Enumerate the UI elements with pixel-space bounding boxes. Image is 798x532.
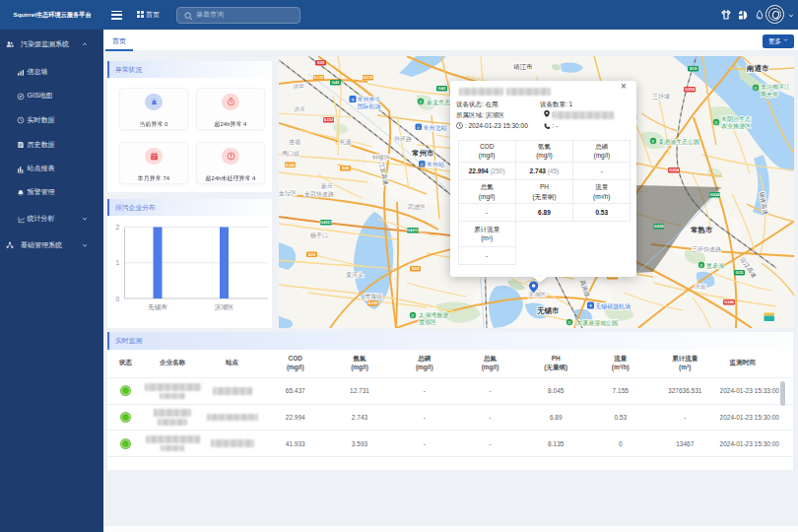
svg-text:木: 木	[650, 139, 655, 144]
svg-text:农业旅游区: 农业旅游区	[721, 122, 751, 130]
svg-text:连塘: 连塘	[289, 138, 300, 146]
svg-text:昆承湖: 昆承湖	[706, 263, 724, 270]
svg-text:S232: S232	[323, 117, 333, 122]
svg-text:木: 木	[418, 100, 423, 104]
svg-text:2: 2	[115, 224, 119, 231]
svg-text:常阴沙生态: 常阴沙生态	[721, 115, 751, 123]
svg-text:S48: S48	[341, 166, 349, 170]
svg-text:武进区: 武进区	[408, 203, 426, 211]
svg-text:G42: G42	[437, 86, 446, 91]
svg-text:风光带: 风光带	[761, 92, 778, 99]
svg-text:外环路: 外环路	[394, 135, 412, 143]
svg-text:三环快速路: 三环快速路	[692, 246, 721, 253]
svg-text:金坛区: 金坛区	[279, 189, 297, 196]
svg-text:木: 木	[753, 86, 758, 91]
svg-text:G204: G204	[684, 87, 695, 92]
svg-text:G524: G524	[709, 192, 720, 197]
svg-text:木: 木	[713, 120, 718, 125]
svg-text:黄河头: 黄河头	[346, 272, 364, 278]
svg-text:黄泗浦生态公园: 黄泗浦生态公园	[658, 138, 699, 146]
svg-text:无锡市: 无锡市	[148, 302, 167, 310]
svg-text:奥尔都滨江: 奥尔都滨江	[761, 83, 790, 91]
svg-text:常熟市: 常熟市	[691, 226, 713, 234]
svg-text:太湖湾旅游: 太湖湾旅游	[419, 311, 448, 319]
svg-text:G4011: G4011	[406, 228, 419, 233]
svg-text:金武快速路: 金武快速路	[303, 191, 334, 198]
svg-text:木: 木	[410, 313, 415, 318]
svg-text:0: 0	[115, 295, 119, 301]
svg-text:常州北站: 常州北站	[423, 124, 446, 132]
svg-text:滨湖区: 滨湖区	[528, 291, 546, 298]
svg-text:✈: ✈	[350, 97, 354, 102]
svg-text:S230: S230	[367, 300, 377, 305]
svg-text:1: 1	[115, 259, 119, 266]
svg-text:雪堰镇: 雪堰镇	[365, 293, 382, 299]
svg-text:度假区: 度假区	[419, 318, 436, 326]
svg-text:礼嘉: 礼嘉	[340, 138, 352, 146]
svg-text:闸口镇: 闸口镇	[282, 151, 299, 158]
svg-text:🚆: 🚆	[419, 161, 425, 167]
svg-text:杨子口: 杨子口	[309, 232, 328, 239]
svg-text:国际机场: 国际机场	[357, 102, 380, 110]
svg-text:S58: S58	[411, 266, 419, 271]
svg-text:S239: S239	[363, 75, 372, 80]
svg-text:G204: G204	[668, 167, 679, 172]
svg-text:木: 木	[698, 263, 703, 268]
svg-text:滨湖区: 滨湖区	[215, 302, 234, 310]
svg-text:新庄: 新庄	[321, 182, 333, 189]
svg-text:G42: G42	[331, 80, 340, 85]
svg-text:S39: S39	[316, 60, 324, 65]
svg-text:G346: G346	[723, 299, 734, 304]
svg-text:木: 木	[566, 320, 571, 325]
svg-text:S19: S19	[689, 66, 697, 71]
svg-text:靖江市: 靖江市	[513, 63, 533, 71]
svg-text:🚆: 🚆	[415, 124, 421, 131]
svg-text:常州市: 常州市	[412, 149, 434, 158]
svg-text:洪庄: 洪庄	[294, 105, 305, 112]
svg-text:无锡市: 无锡市	[536, 306, 560, 315]
svg-text:南通市: 南通市	[746, 64, 769, 73]
svg-text:大溪港湿地公园: 大溪港湿地公园	[576, 319, 618, 327]
svg-text:钟楼区: 钟楼区	[371, 154, 390, 161]
svg-text:庄前: 庄前	[695, 283, 706, 290]
svg-text:洪甲: 洪甲	[293, 84, 304, 90]
svg-text:三圩埭: 三圩埭	[652, 93, 670, 100]
svg-text:无锡硕放机场: 无锡硕放机场	[595, 302, 631, 310]
svg-text:S39: S39	[307, 252, 315, 257]
svg-text:常州站: 常州站	[427, 162, 444, 168]
svg-text:常州奔牛: 常州奔牛	[357, 97, 380, 102]
svg-text:G528: G528	[653, 224, 664, 229]
svg-text:✈: ✈	[588, 302, 592, 308]
svg-text:G4221: G4221	[319, 220, 332, 225]
svg-text:S122: S122	[313, 75, 323, 80]
svg-text:G15: G15	[735, 270, 744, 275]
svg-text:S340: S340	[285, 163, 295, 167]
